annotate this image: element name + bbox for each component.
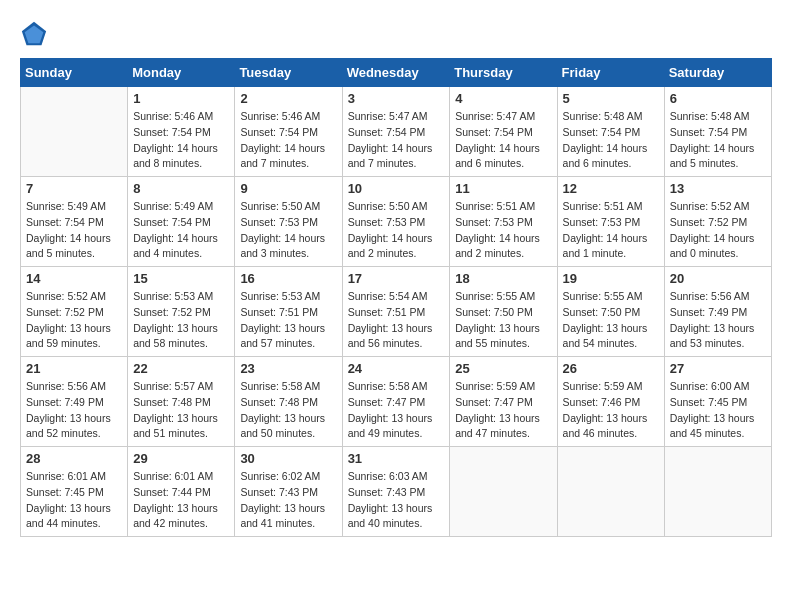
day-number: 8 <box>133 181 229 196</box>
day-number: 11 <box>455 181 551 196</box>
calendar-cell: 24Sunrise: 5:58 AMSunset: 7:47 PMDayligh… <box>342 357 450 447</box>
day-info: Sunrise: 5:59 AMSunset: 7:47 PMDaylight:… <box>455 379 551 442</box>
calendar-cell: 25Sunrise: 5:59 AMSunset: 7:47 PMDayligh… <box>450 357 557 447</box>
calendar-week-row-5: 28Sunrise: 6:01 AMSunset: 7:45 PMDayligh… <box>21 447 772 537</box>
day-number: 20 <box>670 271 766 286</box>
calendar-cell: 13Sunrise: 5:52 AMSunset: 7:52 PMDayligh… <box>664 177 771 267</box>
calendar-cell: 23Sunrise: 5:58 AMSunset: 7:48 PMDayligh… <box>235 357 342 447</box>
day-info: Sunrise: 5:52 AMSunset: 7:52 PMDaylight:… <box>670 199 766 262</box>
day-number: 24 <box>348 361 445 376</box>
day-number: 13 <box>670 181 766 196</box>
calendar-cell: 6Sunrise: 5:48 AMSunset: 7:54 PMDaylight… <box>664 87 771 177</box>
calendar-cell: 2Sunrise: 5:46 AMSunset: 7:54 PMDaylight… <box>235 87 342 177</box>
day-number: 28 <box>26 451 122 466</box>
day-info: Sunrise: 5:48 AMSunset: 7:54 PMDaylight:… <box>563 109 659 172</box>
calendar-cell: 12Sunrise: 5:51 AMSunset: 7:53 PMDayligh… <box>557 177 664 267</box>
page-header <box>20 20 772 48</box>
calendar-cell: 28Sunrise: 6:01 AMSunset: 7:45 PMDayligh… <box>21 447 128 537</box>
day-info: Sunrise: 5:46 AMSunset: 7:54 PMDaylight:… <box>240 109 336 172</box>
calendar-cell: 4Sunrise: 5:47 AMSunset: 7:54 PMDaylight… <box>450 87 557 177</box>
calendar-cell: 16Sunrise: 5:53 AMSunset: 7:51 PMDayligh… <box>235 267 342 357</box>
calendar-cell: 26Sunrise: 5:59 AMSunset: 7:46 PMDayligh… <box>557 357 664 447</box>
day-number: 26 <box>563 361 659 376</box>
calendar-header-monday: Monday <box>128 59 235 87</box>
day-number: 19 <box>563 271 659 286</box>
day-info: Sunrise: 5:49 AMSunset: 7:54 PMDaylight:… <box>26 199 122 262</box>
day-info: Sunrise: 5:58 AMSunset: 7:48 PMDaylight:… <box>240 379 336 442</box>
calendar-header-sunday: Sunday <box>21 59 128 87</box>
day-info: Sunrise: 6:03 AMSunset: 7:43 PMDaylight:… <box>348 469 445 532</box>
calendar-cell: 11Sunrise: 5:51 AMSunset: 7:53 PMDayligh… <box>450 177 557 267</box>
day-info: Sunrise: 5:49 AMSunset: 7:54 PMDaylight:… <box>133 199 229 262</box>
day-number: 7 <box>26 181 122 196</box>
calendar-cell: 30Sunrise: 6:02 AMSunset: 7:43 PMDayligh… <box>235 447 342 537</box>
calendar-cell: 8Sunrise: 5:49 AMSunset: 7:54 PMDaylight… <box>128 177 235 267</box>
calendar-cell: 22Sunrise: 5:57 AMSunset: 7:48 PMDayligh… <box>128 357 235 447</box>
day-info: Sunrise: 5:48 AMSunset: 7:54 PMDaylight:… <box>670 109 766 172</box>
calendar-cell: 18Sunrise: 5:55 AMSunset: 7:50 PMDayligh… <box>450 267 557 357</box>
day-number: 21 <box>26 361 122 376</box>
day-number: 6 <box>670 91 766 106</box>
calendar-week-row-2: 7Sunrise: 5:49 AMSunset: 7:54 PMDaylight… <box>21 177 772 267</box>
day-number: 27 <box>670 361 766 376</box>
calendar-header-row: SundayMondayTuesdayWednesdayThursdayFrid… <box>21 59 772 87</box>
day-number: 3 <box>348 91 445 106</box>
calendar-cell: 9Sunrise: 5:50 AMSunset: 7:53 PMDaylight… <box>235 177 342 267</box>
day-number: 17 <box>348 271 445 286</box>
calendar-cell: 5Sunrise: 5:48 AMSunset: 7:54 PMDaylight… <box>557 87 664 177</box>
day-number: 4 <box>455 91 551 106</box>
calendar-cell: 19Sunrise: 5:55 AMSunset: 7:50 PMDayligh… <box>557 267 664 357</box>
calendar-cell: 20Sunrise: 5:56 AMSunset: 7:49 PMDayligh… <box>664 267 771 357</box>
day-info: Sunrise: 5:52 AMSunset: 7:52 PMDaylight:… <box>26 289 122 352</box>
day-number: 22 <box>133 361 229 376</box>
day-info: Sunrise: 5:56 AMSunset: 7:49 PMDaylight:… <box>670 289 766 352</box>
day-number: 25 <box>455 361 551 376</box>
day-number: 12 <box>563 181 659 196</box>
logo <box>20 20 52 48</box>
day-number: 2 <box>240 91 336 106</box>
calendar-cell: 31Sunrise: 6:03 AMSunset: 7:43 PMDayligh… <box>342 447 450 537</box>
day-info: Sunrise: 5:54 AMSunset: 7:51 PMDaylight:… <box>348 289 445 352</box>
day-info: Sunrise: 5:58 AMSunset: 7:47 PMDaylight:… <box>348 379 445 442</box>
calendar-cell <box>664 447 771 537</box>
day-info: Sunrise: 5:46 AMSunset: 7:54 PMDaylight:… <box>133 109 229 172</box>
calendar-header-tuesday: Tuesday <box>235 59 342 87</box>
calendar-header-friday: Friday <box>557 59 664 87</box>
calendar-cell: 10Sunrise: 5:50 AMSunset: 7:53 PMDayligh… <box>342 177 450 267</box>
day-number: 14 <box>26 271 122 286</box>
day-info: Sunrise: 6:01 AMSunset: 7:45 PMDaylight:… <box>26 469 122 532</box>
day-info: Sunrise: 5:50 AMSunset: 7:53 PMDaylight:… <box>348 199 445 262</box>
day-info: Sunrise: 5:50 AMSunset: 7:53 PMDaylight:… <box>240 199 336 262</box>
day-info: Sunrise: 5:47 AMSunset: 7:54 PMDaylight:… <box>348 109 445 172</box>
day-number: 10 <box>348 181 445 196</box>
calendar-week-row-4: 21Sunrise: 5:56 AMSunset: 7:49 PMDayligh… <box>21 357 772 447</box>
day-number: 18 <box>455 271 551 286</box>
calendar-cell: 1Sunrise: 5:46 AMSunset: 7:54 PMDaylight… <box>128 87 235 177</box>
calendar-cell: 3Sunrise: 5:47 AMSunset: 7:54 PMDaylight… <box>342 87 450 177</box>
calendar-table: SundayMondayTuesdayWednesdayThursdayFrid… <box>20 58 772 537</box>
calendar-header-thursday: Thursday <box>450 59 557 87</box>
day-number: 31 <box>348 451 445 466</box>
day-info: Sunrise: 5:51 AMSunset: 7:53 PMDaylight:… <box>455 199 551 262</box>
day-number: 1 <box>133 91 229 106</box>
day-info: Sunrise: 6:02 AMSunset: 7:43 PMDaylight:… <box>240 469 336 532</box>
day-info: Sunrise: 5:53 AMSunset: 7:52 PMDaylight:… <box>133 289 229 352</box>
day-number: 15 <box>133 271 229 286</box>
day-info: Sunrise: 5:51 AMSunset: 7:53 PMDaylight:… <box>563 199 659 262</box>
day-info: Sunrise: 5:57 AMSunset: 7:48 PMDaylight:… <box>133 379 229 442</box>
day-info: Sunrise: 5:55 AMSunset: 7:50 PMDaylight:… <box>563 289 659 352</box>
day-number: 5 <box>563 91 659 106</box>
day-info: Sunrise: 5:47 AMSunset: 7:54 PMDaylight:… <box>455 109 551 172</box>
day-info: Sunrise: 6:01 AMSunset: 7:44 PMDaylight:… <box>133 469 229 532</box>
calendar-header-wednesday: Wednesday <box>342 59 450 87</box>
calendar-cell: 15Sunrise: 5:53 AMSunset: 7:52 PMDayligh… <box>128 267 235 357</box>
day-number: 9 <box>240 181 336 196</box>
day-number: 16 <box>240 271 336 286</box>
day-number: 29 <box>133 451 229 466</box>
calendar-cell: 21Sunrise: 5:56 AMSunset: 7:49 PMDayligh… <box>21 357 128 447</box>
calendar-cell: 29Sunrise: 6:01 AMSunset: 7:44 PMDayligh… <box>128 447 235 537</box>
calendar-cell: 14Sunrise: 5:52 AMSunset: 7:52 PMDayligh… <box>21 267 128 357</box>
calendar-cell: 7Sunrise: 5:49 AMSunset: 7:54 PMDaylight… <box>21 177 128 267</box>
calendar-cell: 27Sunrise: 6:00 AMSunset: 7:45 PMDayligh… <box>664 357 771 447</box>
day-info: Sunrise: 5:56 AMSunset: 7:49 PMDaylight:… <box>26 379 122 442</box>
